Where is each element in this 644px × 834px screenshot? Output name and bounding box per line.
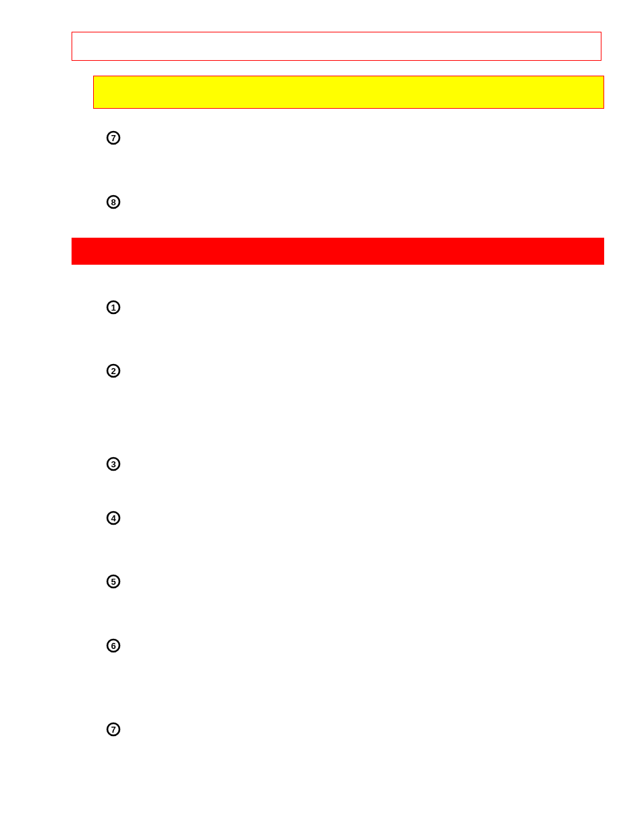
list-item: 3 bbox=[106, 457, 121, 474]
circled-number-7-icon: 7 bbox=[106, 722, 121, 739]
list-item: 1 bbox=[106, 300, 121, 317]
circled-number-2-icon: 2 bbox=[106, 363, 121, 381]
list-item: 6 bbox=[106, 638, 121, 656]
title-outline-box bbox=[72, 32, 601, 61]
circled-number-6-icon: 6 bbox=[106, 638, 121, 656]
circled-number-4-icon: 4 bbox=[106, 511, 121, 528]
svg-text:4: 4 bbox=[111, 513, 116, 523]
list-item: 7 bbox=[106, 722, 121, 739]
svg-text:7: 7 bbox=[111, 725, 115, 735]
svg-text:8: 8 bbox=[111, 197, 115, 207]
svg-text:6: 6 bbox=[111, 641, 115, 651]
svg-text:7: 7 bbox=[111, 133, 115, 143]
list-item: 5 bbox=[106, 574, 121, 592]
list-item: 8 bbox=[106, 194, 121, 212]
svg-text:5: 5 bbox=[111, 577, 115, 587]
svg-text:3: 3 bbox=[111, 459, 115, 469]
list-item: 2 bbox=[106, 363, 121, 381]
list-item: 4 bbox=[106, 511, 121, 528]
circled-number-1-icon: 1 bbox=[106, 300, 121, 317]
svg-text:2: 2 bbox=[111, 366, 115, 376]
circled-number-3-icon: 3 bbox=[106, 457, 121, 474]
circled-number-5-icon: 5 bbox=[106, 574, 121, 592]
document-page: 7 8 1 2 bbox=[0, 0, 644, 834]
list-item: 7 bbox=[106, 130, 121, 148]
section-header-red bbox=[72, 238, 604, 265]
circled-number-7-icon: 7 bbox=[106, 130, 121, 148]
circled-number-8-icon: 8 bbox=[106, 194, 121, 212]
section-header-yellow bbox=[93, 76, 604, 109]
svg-text:1: 1 bbox=[111, 303, 115, 313]
